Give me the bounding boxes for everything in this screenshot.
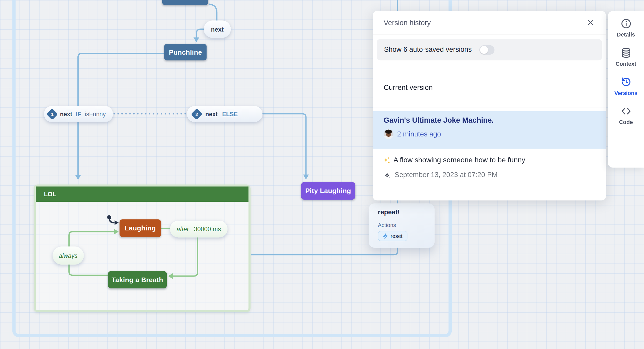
version-timestamp: September 13, 2023 at 07:20 PM	[395, 171, 497, 179]
sidebar-item-details[interactable]: Details	[617, 18, 635, 38]
transition-keyword: ELSE	[222, 111, 238, 117]
transition-condition: isFunny	[85, 111, 106, 117]
condition-badge: 1	[46, 108, 58, 120]
autosave-toggle-row: Show 6 auto-saved versions	[377, 39, 602, 61]
sidebar-item-label: Code	[619, 119, 633, 125]
sparkles-emoji	[383, 156, 390, 164]
initial-state-icon	[106, 214, 120, 226]
panel-header: Version history	[373, 11, 606, 34]
transition-next[interactable]: next	[204, 20, 231, 38]
delay-value: 30000 ms	[194, 226, 221, 232]
transition-card-repeat[interactable]: repeat! Actions reset	[369, 203, 435, 248]
sidebar-item-versions[interactable]: Versions	[614, 76, 638, 96]
ai-sparkle-icon	[384, 171, 391, 178]
state-node-punchline[interactable]: Punchline	[164, 44, 207, 60]
sidebar-item-code[interactable]: Code	[619, 106, 633, 125]
avatar	[384, 129, 393, 139]
state-label: Punchline	[169, 48, 202, 56]
current-version-heading: Current version	[384, 83, 433, 92]
autosave-toggle-label: Show 6 auto-saved versions	[384, 46, 472, 54]
lightning-icon	[383, 233, 388, 239]
condition-badge: 2	[191, 108, 203, 120]
toggle-knob	[480, 46, 488, 54]
transition-keyword: always	[59, 252, 78, 259]
state-node-joke-setup[interactable]: Joke Setup	[162, 0, 208, 5]
action-reset-button[interactable]: reset	[378, 231, 407, 241]
state-node-laughing[interactable]: Laughing	[120, 219, 161, 237]
tool-sidebar: Details Context Versions Code	[608, 11, 644, 168]
sidebar-item-label: Details	[617, 32, 635, 38]
state-group-lol-label: LOL	[44, 191, 56, 198]
sidebar-item-label: Versions	[614, 90, 638, 96]
transition-after-delay[interactable]: after 30000 ms	[170, 221, 228, 237]
version-row-autosaved[interactable]: A flow showing someone how to be funny S…	[373, 152, 606, 194]
actions-heading: Actions	[378, 222, 435, 228]
transition-keyword: after	[177, 226, 189, 232]
state-node-taking-a-breath[interactable]: Taking a Breath	[108, 271, 167, 288]
sidebar-item-label: Context	[616, 61, 636, 67]
version-history-panel: Version history Show 6 auto-saved versio…	[373, 11, 606, 200]
close-icon[interactable]	[586, 18, 595, 27]
state-group-lol-header[interactable]: LOL	[36, 186, 248, 202]
transition-next-if-isfunny[interactable]: 1 next IF isFunny	[44, 106, 113, 122]
code-icon	[620, 106, 632, 117]
state-label: Laughing	[125, 224, 156, 232]
divider	[373, 108, 606, 108]
transition-label: next	[211, 26, 224, 33]
stately-editor: LOL Joke Setup Punchline	[0, 0, 644, 349]
transition-event: next	[205, 111, 217, 117]
version-name: Gavin's Ultimate Joke Machine.	[384, 116, 494, 125]
version-time: 2 minutes ago	[397, 130, 441, 139]
transition-event: next	[60, 111, 72, 117]
sidebar-item-context[interactable]: Context	[616, 47, 636, 67]
action-label: reset	[391, 233, 403, 239]
autosave-toggle[interactable]	[479, 45, 494, 54]
state-node-pity-laughing[interactable]: Pity Laughing	[301, 182, 355, 200]
history-icon	[620, 76, 632, 88]
panel-title: Version history	[384, 18, 431, 27]
transition-event-repeat: repeat!	[378, 209, 435, 216]
transition-keyword: IF	[76, 111, 81, 117]
version-row-current[interactable]: Gavin's Ultimate Joke Machine. 2 minutes…	[373, 111, 606, 149]
state-label: Pity Laughing	[305, 187, 351, 195]
database-icon	[620, 47, 632, 58]
transition-always[interactable]: always	[53, 246, 84, 265]
version-name: A flow showing someone how to be funny	[393, 156, 525, 164]
info-icon	[620, 18, 632, 29]
transition-next-else[interactable]: 2 next ELSE	[187, 106, 262, 122]
state-label: Taking a Breath	[112, 276, 163, 283]
